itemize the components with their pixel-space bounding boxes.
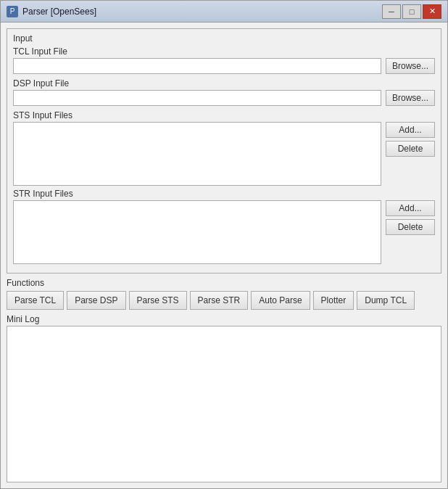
dsp-input[interactable] [13, 90, 381, 106]
title-bar-left: P Parser [OpenSees] [7, 6, 96, 17]
sts-list[interactable] [13, 122, 381, 186]
input-section-label: Input [13, 33, 435, 44]
title-controls: ─ □ ✕ [382, 4, 441, 19]
tcl-input[interactable] [13, 58, 381, 74]
close-button[interactable]: ✕ [423, 4, 441, 19]
mini-log-section: Mini Log [7, 314, 441, 482]
str-label: STR Input Files [13, 189, 435, 199]
tcl-browse-button[interactable]: Browse... [386, 58, 435, 74]
tcl-label: TCL Input File [13, 46, 435, 57]
dsp-field-row: Browse... [13, 90, 435, 106]
sts-input-group: STS Input Files Add... Delete [13, 110, 435, 186]
str-list-container: Add... Delete [13, 200, 435, 264]
auto-parse-button[interactable]: Auto Parse [251, 291, 310, 310]
functions-label: Functions [7, 278, 441, 288]
str-list-buttons: Add... Delete [386, 200, 435, 235]
minimize-button[interactable]: ─ [382, 4, 401, 19]
sts-add-button[interactable]: Add... [386, 122, 435, 138]
parse-tcl-button[interactable]: Parse TCL [7, 291, 64, 310]
sts-label: STS Input Files [13, 110, 435, 120]
mini-log-label: Mini Log [7, 314, 39, 324]
tcl-input-group: TCL Input File Browse... [13, 46, 435, 74]
title-bar: P Parser [OpenSees] ─ □ ✕ [1, 1, 447, 22]
app-icon-text: P [10, 7, 15, 15]
str-input-group: STR Input Files Add... Delete [13, 189, 435, 264]
parse-str-button[interactable]: Parse STR [190, 291, 249, 310]
str-list[interactable] [13, 200, 381, 264]
dump-tcl-button[interactable]: Dump TCL [357, 291, 415, 310]
content-area: Input TCL Input File Browse... DSP Input… [1, 22, 447, 488]
dsp-label: DSP Input File [13, 78, 435, 89]
plotter-button[interactable]: Plotter [313, 291, 354, 310]
mini-log-area[interactable] [7, 326, 441, 482]
str-add-button[interactable]: Add... [386, 200, 435, 216]
parse-sts-button[interactable]: Parse STS [129, 291, 187, 310]
dsp-browse-button[interactable]: Browse... [386, 90, 435, 106]
main-window: P Parser [OpenSees] ─ □ ✕ Input TCL Inpu… [0, 0, 448, 489]
maximize-button[interactable]: □ [402, 4, 421, 19]
sts-list-buttons: Add... Delete [386, 122, 435, 157]
str-delete-button[interactable]: Delete [386, 219, 435, 235]
app-icon: P [7, 6, 18, 17]
input-section: Input TCL Input File Browse... DSP Input… [7, 28, 441, 274]
tcl-field-row: Browse... [13, 58, 435, 74]
sts-list-container: Add... Delete [13, 122, 435, 186]
window-title: Parser [OpenSees] [22, 7, 96, 17]
dsp-input-group: DSP Input File Browse... [13, 78, 435, 106]
parse-dsp-button[interactable]: Parse DSP [67, 291, 125, 310]
sts-delete-button[interactable]: Delete [386, 141, 435, 157]
functions-section: Functions Parse TCL Parse DSP Parse STS … [7, 278, 441, 310]
functions-buttons: Parse TCL Parse DSP Parse STS Parse STR … [7, 291, 441, 310]
mini-log-header: Mini Log [7, 314, 441, 324]
